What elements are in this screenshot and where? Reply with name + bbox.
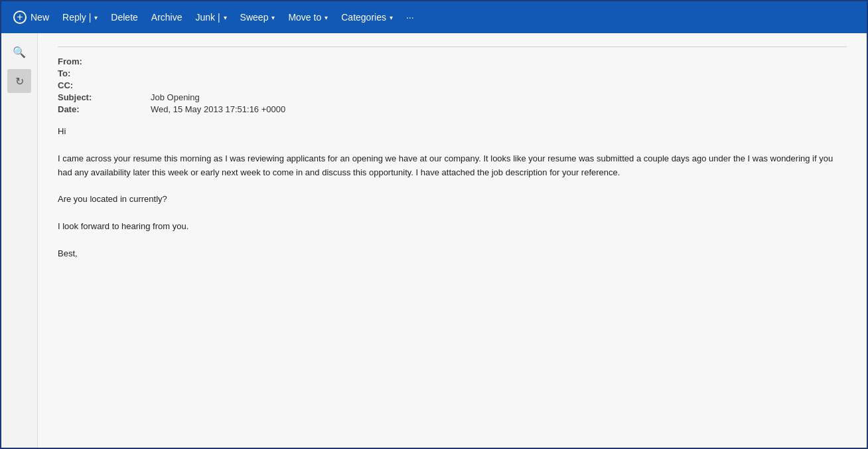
subject-row: Subject: Job Opening	[58, 92, 847, 102]
to-row: To:	[58, 68, 847, 78]
archive-label: Archive	[151, 12, 182, 23]
moveto-chevron-icon: ▾	[325, 14, 328, 21]
sidebar: 🔍 ↻	[1, 33, 38, 448]
cc-label: CC:	[58, 80, 151, 90]
junk-chevron-icon: ▾	[224, 14, 227, 21]
subject-label: Subject:	[58, 92, 151, 102]
new-button[interactable]: + New	[7, 8, 56, 27]
sweep-label: Sweep	[240, 12, 269, 23]
junk-button[interactable]: Junk | ▾	[189, 9, 234, 25]
moveto-label: Move to	[288, 12, 321, 23]
body-paragraph-2: Are you located in currently?	[58, 193, 847, 207]
new-label: New	[31, 12, 49, 23]
from-label: From:	[58, 56, 151, 66]
body-closing: Best,	[58, 247, 847, 261]
reply-label: Reply |	[62, 12, 91, 23]
delete-label: Delete	[111, 12, 137, 23]
archive-button[interactable]: Archive	[145, 9, 189, 25]
categories-label: Categories	[341, 12, 386, 23]
search-icon[interactable]: 🔍	[7, 40, 31, 64]
more-button[interactable]: ···	[399, 9, 421, 25]
date-value: Wed, 15 May 2013 17:51:16 +0000	[151, 104, 285, 114]
delete-button[interactable]: Delete	[104, 9, 144, 25]
email-window: + New Reply | ▾ Delete Archive Junk | ▾ …	[0, 0, 868, 449]
email-pane: From: To: CC: Subject: Job Opening Date:	[38, 33, 867, 448]
sweep-button[interactable]: Sweep ▾	[234, 9, 282, 25]
to-label: To:	[58, 68, 151, 78]
categories-chevron-icon: ▾	[390, 14, 393, 21]
moveto-button[interactable]: Move to ▾	[281, 9, 334, 25]
body-paragraph-3: I look forward to hearing from you.	[58, 220, 847, 234]
email-divider	[58, 46, 847, 47]
body-greeting: Hi	[58, 125, 847, 139]
email-body: Hi I came across your resume this mornin…	[58, 125, 847, 261]
cc-row: CC:	[58, 80, 847, 90]
date-row: Date: Wed, 15 May 2013 17:51:16 +0000	[58, 104, 847, 114]
from-row: From:	[58, 56, 847, 66]
refresh-icon[interactable]: ↻	[7, 69, 31, 93]
subject-value: Job Opening	[151, 92, 200, 102]
content-area: 🔍 ↻ From: To: CC: Subject:	[1, 33, 867, 448]
categories-button[interactable]: Categories ▾	[334, 9, 399, 25]
reply-button[interactable]: Reply | ▾	[56, 9, 104, 25]
reply-chevron-icon: ▾	[94, 14, 98, 21]
new-icon: +	[13, 11, 27, 24]
email-meta: From: To: CC: Subject: Job Opening Date:	[58, 56, 847, 114]
date-label: Date:	[58, 104, 151, 114]
sweep-chevron-icon: ▾	[271, 14, 275, 21]
junk-label: Junk |	[196, 12, 220, 23]
body-paragraph-1: I came across your resume this morning a…	[58, 152, 847, 180]
toolbar: + New Reply | ▾ Delete Archive Junk | ▾ …	[1, 1, 867, 33]
more-label: ···	[406, 12, 414, 23]
